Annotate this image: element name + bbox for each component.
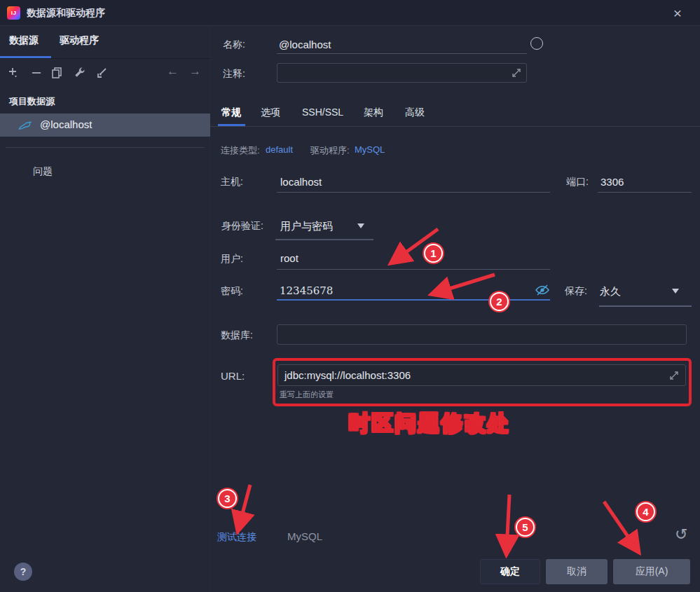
duplicate-icon[interactable] xyxy=(50,66,64,80)
title-bar: IJ 数据源和驱动程序 × xyxy=(0,0,700,26)
host-underline xyxy=(277,192,550,193)
url-hint: 重写上面的设置 xyxy=(280,390,334,400)
url-label: URL: xyxy=(221,370,245,382)
authentication-dropdown[interactable]: 用户与密码 xyxy=(280,220,333,233)
name-label: 名称: xyxy=(223,39,245,51)
divider xyxy=(6,147,205,148)
datasource-item-localhost[interactable]: @localhost xyxy=(0,113,210,137)
host-input[interactable]: localhost xyxy=(280,176,322,188)
name-underline xyxy=(277,53,527,54)
project-datasources-label: 项目数据源 xyxy=(9,95,55,108)
save-label: 保存: xyxy=(565,285,587,298)
driver-label: 驱动程序: xyxy=(310,144,350,157)
divider xyxy=(210,126,700,127)
step-badge-3: 3 xyxy=(218,489,237,508)
window-title: 数据源和驱动程序 xyxy=(27,0,105,26)
forward-icon[interactable]: → xyxy=(189,64,201,78)
wrench-icon[interactable] xyxy=(73,66,87,80)
expand-icon[interactable] xyxy=(668,370,680,384)
close-icon[interactable]: × xyxy=(668,4,687,23)
tab-drivers[interactable]: 驱动程序 xyxy=(60,34,99,47)
step-badge-2: 2 xyxy=(490,292,509,311)
datasource-dialog: IJ 数据源和驱动程序 × 数据源 驱动程序 xyxy=(0,0,700,592)
tab-data-sources[interactable]: 数据源 xyxy=(9,34,39,47)
tab-ssh-ssl[interactable]: SSH/SSL xyxy=(302,106,343,118)
arrow-to-password-field xyxy=(436,275,495,293)
database-label: 数据库: xyxy=(221,329,253,342)
chevron-down-icon[interactable] xyxy=(357,223,364,228)
name-input[interactable]: @localhost xyxy=(279,39,331,50)
tab-schemas[interactable]: 架构 xyxy=(364,106,383,119)
arrow-to-user-field xyxy=(394,229,438,261)
connection-type-link[interactable]: default xyxy=(266,144,293,155)
comment-label: 注释: xyxy=(223,68,245,81)
save-dropdown[interactable]: 永久 xyxy=(600,285,621,298)
datasource-name: @localhost xyxy=(40,118,92,130)
back-icon[interactable]: ← xyxy=(167,64,179,78)
password-input[interactable]: 12345678 xyxy=(280,284,333,297)
undo-icon[interactable]: ↺ xyxy=(675,525,687,544)
tab-advanced[interactable]: 高级 xyxy=(405,106,425,119)
arrow-to-ok-button xyxy=(507,495,509,550)
apply-button[interactable]: 应用(A) xyxy=(613,559,690,584)
url-input[interactable]: jdbc:mysql://localhost:3306 xyxy=(277,364,686,386)
password-underline-focused xyxy=(277,299,550,301)
add-icon[interactable] xyxy=(7,66,21,80)
url-value: jdbc:mysql://localhost:3306 xyxy=(284,369,411,381)
port-label: 端口: xyxy=(566,176,589,188)
port-underline xyxy=(598,192,692,193)
connection-type-label: 连接类型: xyxy=(221,144,260,157)
tab-general[interactable]: 常规 xyxy=(221,106,241,119)
chevron-down-icon[interactable] xyxy=(672,289,679,294)
step-badge-1: 1 xyxy=(424,244,443,263)
tab-options[interactable]: 选项 xyxy=(261,106,280,119)
comment-input[interactable] xyxy=(277,63,527,83)
user-input[interactable]: root xyxy=(280,252,298,264)
user-label: 用户: xyxy=(221,253,243,266)
arrow-to-apply-button xyxy=(604,502,636,549)
sidebar: 数据源 驱动程序 xyxy=(0,27,210,592)
expand-icon[interactable] xyxy=(511,67,522,81)
help-icon[interactable]: ? xyxy=(14,563,32,581)
password-label: 密码: xyxy=(221,285,243,298)
refresh-indicator-icon[interactable] xyxy=(530,37,543,50)
driver-link[interactable]: MySQL xyxy=(355,144,385,155)
step-badge-5: 5 xyxy=(516,518,535,537)
sidebar-item-issues[interactable]: 问题 xyxy=(33,165,53,178)
save-underline xyxy=(599,305,692,307)
cancel-button[interactable]: 取消 xyxy=(546,559,608,584)
sidebar-toolbar: ← → xyxy=(0,63,210,84)
mysql-dolphin-icon xyxy=(18,120,34,133)
host-label: 主机: xyxy=(221,176,243,188)
database-input[interactable] xyxy=(277,324,687,345)
authentication-label: 身份验证: xyxy=(221,220,263,233)
import-icon[interactable] xyxy=(95,66,109,80)
user-underline xyxy=(277,269,550,270)
step-badge-4: 4 xyxy=(636,502,655,521)
intellij-logo-icon: IJ xyxy=(7,6,20,20)
eye-off-icon[interactable] xyxy=(534,283,551,300)
divider xyxy=(0,58,210,59)
test-connection-link[interactable]: 测试连接 xyxy=(217,531,256,544)
remove-icon[interactable] xyxy=(29,66,43,80)
auth-underline xyxy=(275,239,373,240)
dialect-label: MySQL xyxy=(287,530,322,542)
arrow-to-test-connection xyxy=(239,485,250,527)
port-input[interactable]: 3306 xyxy=(601,176,624,188)
timezone-caption: 时区问题修改处 xyxy=(310,409,549,438)
ok-button[interactable]: 确定 xyxy=(480,559,540,584)
